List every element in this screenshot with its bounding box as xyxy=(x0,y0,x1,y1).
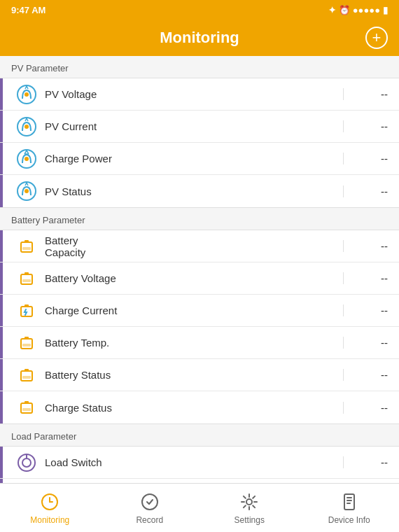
load-switch-icon xyxy=(11,451,42,474)
charge-current-value: -- xyxy=(343,304,399,316)
load-section: Load Parameter Load Switch -- xyxy=(0,424,399,483)
charge-power-value: -- xyxy=(343,153,399,164)
pv-current-name: PV Current xyxy=(42,120,343,132)
charge-current-icon xyxy=(11,300,42,322)
table-row: Battery Temp. -- xyxy=(0,327,399,359)
table-row: Charge Power -- xyxy=(0,143,399,175)
pv-section-header: PV Parameter xyxy=(0,56,399,78)
charge-power-icon xyxy=(11,148,42,170)
tab-settings-label: Settings xyxy=(234,515,265,525)
pv-section: PV Parameter PV Voltage -- xyxy=(0,56,399,208)
svg-rect-33 xyxy=(22,408,31,411)
battery-voltage-name: Battery Voltage xyxy=(42,272,343,284)
header: Monitoring + xyxy=(0,20,399,56)
signal-icon: ●●●●● xyxy=(353,5,380,15)
svg-rect-32 xyxy=(24,401,29,403)
svg-rect-29 xyxy=(24,369,29,371)
load-section-header: Load Parameter xyxy=(0,424,399,446)
svg-rect-27 xyxy=(22,344,31,346)
table-row: PV Voltage -- xyxy=(0,78,399,111)
charge-current-name: Charge Current xyxy=(42,304,343,316)
battery-voltage-value: -- xyxy=(343,272,399,284)
svg-point-5 xyxy=(24,125,29,129)
tab-device-info[interactable]: Device Info xyxy=(300,484,400,532)
pv-voltage-icon xyxy=(11,83,42,106)
tab-record-label: Record xyxy=(136,515,163,525)
alarm-icon: ⏰ xyxy=(339,5,350,15)
content-area: PV Parameter PV Voltage -- xyxy=(0,56,399,483)
table-row: Battery Status -- xyxy=(0,359,399,391)
pv-table: PV Voltage -- PV Current -- xyxy=(0,78,399,208)
pv-current-icon xyxy=(11,115,42,138)
charge-power-name: Charge Power xyxy=(42,153,343,164)
table-row: Load Switch -- xyxy=(0,447,399,479)
battery-section: Battery Parameter BatteryCapacity -- xyxy=(0,208,399,424)
tab-record[interactable]: Record xyxy=(100,484,200,532)
battery-table: BatteryCapacity -- Battery Voltage -- xyxy=(0,230,399,424)
charge-status-icon xyxy=(11,396,42,419)
svg-rect-49 xyxy=(344,494,354,510)
svg-point-35 xyxy=(22,458,31,467)
svg-point-48 xyxy=(246,499,252,505)
svg-point-1 xyxy=(24,92,29,97)
battery-capacity-value: -- xyxy=(343,240,399,252)
pv-status-name: PV Status xyxy=(42,186,343,197)
battery-temp-icon xyxy=(11,332,42,354)
charge-status-value: -- xyxy=(343,402,399,414)
status-bar: 9:47 AM ✦ ⏰ ●●●●● ▮ xyxy=(0,0,399,20)
table-row: Charge Status -- xyxy=(0,391,399,424)
settings-icon xyxy=(239,491,260,512)
pv-voltage-name: PV Voltage xyxy=(42,88,343,100)
tab-bar: Monitoring Record Settings xyxy=(0,483,399,532)
svg-rect-21 xyxy=(24,272,29,274)
battery-status-name: Battery Status xyxy=(42,369,343,381)
tab-monitoring[interactable]: Monitoring xyxy=(0,484,100,532)
battery-temp-name: Battery Temp. xyxy=(42,337,343,349)
table-row: PV Current -- xyxy=(0,111,399,143)
battery-section-header: Battery Parameter xyxy=(0,208,399,230)
load-switch-name: Load Switch xyxy=(42,456,343,468)
svg-rect-18 xyxy=(24,240,29,242)
load-switch-value: -- xyxy=(343,456,399,468)
svg-point-14 xyxy=(24,189,29,193)
table-row: Battery Voltage -- xyxy=(0,262,399,295)
tab-monitoring-label: Monitoring xyxy=(30,515,69,525)
svg-rect-24 xyxy=(24,304,29,307)
svg-rect-19 xyxy=(22,247,31,250)
battery-temp-value: -- xyxy=(343,337,399,349)
svg-line-3 xyxy=(27,86,28,89)
table-row: PV Status -- xyxy=(0,175,399,207)
charge-status-name: Charge Status xyxy=(42,402,343,414)
pv-status-value: -- xyxy=(343,186,399,197)
status-icons: ✦ ⏰ ●●●●● ▮ xyxy=(328,5,388,15)
status-time: 9:47 AM xyxy=(11,5,46,15)
battery-capacity-name: BatteryCapacity xyxy=(42,234,343,258)
svg-line-16 xyxy=(27,183,28,186)
battery-capacity-icon xyxy=(11,235,42,258)
tab-settings[interactable]: Settings xyxy=(200,484,300,532)
battery-status-value: -- xyxy=(343,369,399,381)
page-title: Monitoring xyxy=(160,29,239,47)
battery-status-icon xyxy=(11,364,42,386)
pv-status-icon xyxy=(11,180,42,202)
tab-device-info-label: Device Info xyxy=(328,515,370,525)
record-icon xyxy=(139,491,160,512)
table-row: Charge Current -- xyxy=(0,295,399,327)
svg-point-9 xyxy=(24,157,29,161)
load-table: Load Switch -- Load Voltage -- xyxy=(0,446,399,483)
svg-rect-26 xyxy=(24,337,29,339)
battery-icon: ▮ xyxy=(383,5,388,15)
device-info-icon xyxy=(339,491,360,512)
svg-rect-30 xyxy=(22,376,31,379)
battery-voltage-icon xyxy=(11,267,42,290)
svg-rect-22 xyxy=(22,279,31,282)
svg-point-47 xyxy=(142,494,158,510)
pv-current-value: -- xyxy=(343,120,399,132)
pv-voltage-value: -- xyxy=(343,88,399,100)
add-button[interactable]: + xyxy=(365,27,388,49)
monitoring-icon xyxy=(39,491,60,512)
table-row: BatteryCapacity -- xyxy=(0,230,399,262)
bluetooth-icon: ✦ xyxy=(328,5,336,15)
svg-line-7 xyxy=(27,118,28,121)
